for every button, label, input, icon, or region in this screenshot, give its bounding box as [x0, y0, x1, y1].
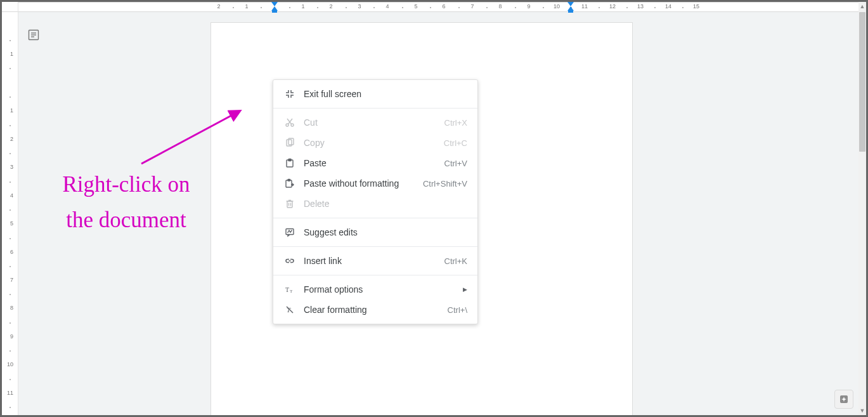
ruler-label: 4 — [385, 3, 389, 10]
left-indent-base[interactable] — [272, 10, 277, 13]
menu-label: Copy — [304, 138, 444, 148]
scrollbar-thumb[interactable] — [859, 12, 865, 152]
menu-item-copy[interactable]: Copy Ctrl+C — [273, 133, 477, 153]
ruler-label: 6 — [2, 249, 13, 255]
ruler-label: 8 — [498, 3, 502, 10]
menu-label: Suggest edits — [304, 227, 467, 237]
menu-shortcut: Ctrl+V — [444, 159, 467, 168]
annotation-text: Right-click on the document — [37, 167, 215, 238]
annotation-line: the document — [37, 202, 215, 238]
menu-label: Insert link — [304, 256, 444, 266]
ruler-label: 3 — [2, 164, 13, 170]
ruler-label: 10 — [554, 3, 560, 10]
svg-point-5 — [286, 124, 288, 126]
menu-separator — [273, 275, 477, 275]
cut-icon — [283, 116, 296, 129]
explore-icon — [838, 394, 850, 405]
context-menu: Exit full screen Cut Ctrl+X Copy Ctrl+C — [273, 79, 478, 324]
menu-shortcut: Ctrl+X — [444, 118, 467, 128]
paste-icon — [283, 157, 296, 169]
ruler-label: 4 — [2, 192, 13, 199]
exit-fullscreen-icon — [283, 88, 296, 100]
menu-label: Cut — [304, 117, 444, 128]
ruler-label: 1 — [301, 3, 304, 10]
menu-label: Paste — [304, 158, 444, 168]
vertical-scrollbar[interactable]: ▲ ▼ — [858, 2, 866, 415]
vertical-ruler[interactable]: 1 1 2 3 4 5 6 7 8 9 10 11 12 13 — [2, 12, 18, 415]
ruler-label: 14 — [665, 3, 671, 10]
ruler-label: 1 — [2, 107, 13, 114]
menu-shortcut: Ctrl+K — [444, 256, 467, 266]
annotation-line: Right-click on — [37, 167, 215, 202]
format-options-icon: T T — [283, 283, 296, 296]
menu-label: Delete — [304, 199, 467, 209]
right-indent-base[interactable] — [568, 10, 573, 13]
ruler-label: 1 — [245, 3, 248, 10]
menu-item-clear-formatting[interactable]: T Clear formatting Ctrl+\ — [273, 300, 477, 320]
menu-item-paste[interactable]: Paste Ctrl+V — [273, 153, 477, 173]
svg-line-4 — [141, 111, 240, 164]
delete-icon — [283, 197, 296, 210]
ruler-label: 8 — [2, 305, 13, 311]
ruler-label: 10 — [2, 361, 13, 367]
ruler-corner — [2, 2, 18, 12]
link-icon — [283, 255, 296, 267]
ruler-label: 2 — [329, 3, 332, 10]
paste-plain-icon — [283, 177, 296, 190]
menu-label: Paste without formatting — [304, 178, 423, 189]
menu-item-paste-without-formatting[interactable]: Paste without formatting Ctrl+Shift+V — [273, 173, 477, 194]
copy-icon — [283, 136, 296, 149]
menu-item-insert-link[interactable]: Insert link Ctrl+K — [273, 251, 477, 271]
first-line-indent-marker[interactable] — [271, 2, 278, 6]
menu-shortcut: Ctrl+\ — [448, 305, 467, 315]
submenu-arrow-icon: ▶ — [463, 286, 467, 293]
menu-separator — [273, 108, 477, 109]
suggest-edits-icon — [283, 226, 296, 239]
ruler-label: 1 — [2, 51, 13, 57]
ruler-label: 2 — [2, 136, 13, 142]
svg-text:T: T — [285, 286, 289, 293]
ruler-label: 12 — [609, 3, 616, 10]
document-outline-button[interactable] — [24, 25, 43, 44]
menu-item-suggest-edits[interactable]: Suggest edits — [273, 222, 477, 242]
annotation-arrow — [129, 103, 262, 173]
menu-separator — [273, 246, 477, 247]
menu-label: Format options — [304, 284, 458, 295]
ruler-label: 9 — [2, 333, 13, 340]
svg-rect-15 — [287, 201, 292, 208]
ruler-label: 5 — [2, 220, 13, 227]
ruler-label: 5 — [414, 3, 417, 10]
menu-item-exit-full-screen[interactable]: Exit full screen — [273, 84, 477, 104]
ruler-label: 6 — [442, 3, 445, 10]
menu-separator — [273, 218, 477, 218]
menu-item-cut[interactable]: Cut Ctrl+X — [273, 112, 477, 133]
menu-shortcut: Ctrl+Shift+V — [423, 179, 467, 189]
menu-item-delete[interactable]: Delete — [273, 194, 477, 214]
menu-shortcut: Ctrl+C — [444, 138, 467, 148]
ruler-label: 13 — [637, 3, 644, 10]
ruler-label: 11 — [2, 390, 13, 396]
menu-label: Exit full screen — [304, 89, 467, 99]
app-frame: 2 1 1 2 3 4 5 6 7 8 9 10 11 12 13 14 15 — [0, 0, 868, 417]
ruler-label: 7 — [2, 277, 13, 283]
menu-item-format-options[interactable]: T T Format options ▶ — [273, 279, 477, 300]
svg-text:T: T — [290, 289, 293, 294]
ruler-label: 9 — [527, 3, 530, 10]
svg-point-6 — [291, 124, 294, 126]
ruler-label: 3 — [358, 3, 361, 10]
right-indent-marker[interactable] — [567, 2, 574, 6]
menu-label: Clear formatting — [304, 305, 448, 315]
ruler-label: 11 — [581, 3, 588, 10]
explore-button[interactable] — [834, 390, 853, 409]
ruler-label: 2 — [217, 3, 220, 10]
scrollbar-down-button[interactable]: ▼ — [858, 406, 866, 415]
horizontal-ruler[interactable]: 2 1 1 2 3 4 5 6 7 8 9 10 11 12 13 14 15 — [18, 2, 858, 12]
clear-formatting-icon: T — [283, 303, 296, 316]
ruler-label: 15 — [693, 3, 699, 10]
svg-rect-14 — [288, 180, 290, 182]
scrollbar-up-button[interactable]: ▲ — [858, 2, 866, 11]
svg-rect-12 — [288, 159, 291, 161]
ruler-label: 7 — [470, 3, 474, 10]
